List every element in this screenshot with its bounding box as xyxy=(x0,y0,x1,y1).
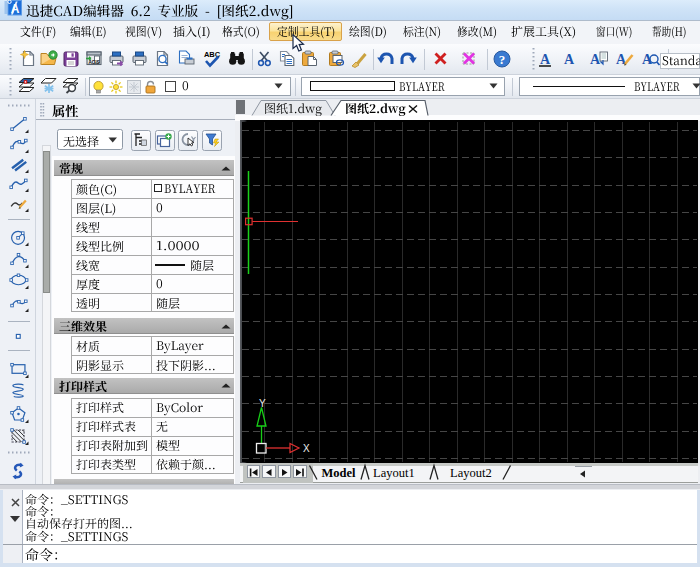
svg-text:?: ? xyxy=(499,52,506,67)
svg-text:A: A xyxy=(642,52,653,67)
svg-text:X: X xyxy=(303,443,310,454)
svg-text:Y: Y xyxy=(259,398,266,409)
svg-text:A: A xyxy=(564,52,575,67)
svg-text:A: A xyxy=(540,52,551,67)
svg-text:A: A xyxy=(11,2,20,16)
svg-text:ACIS: ACIS xyxy=(89,60,100,65)
svg-text:A: A xyxy=(590,52,601,67)
